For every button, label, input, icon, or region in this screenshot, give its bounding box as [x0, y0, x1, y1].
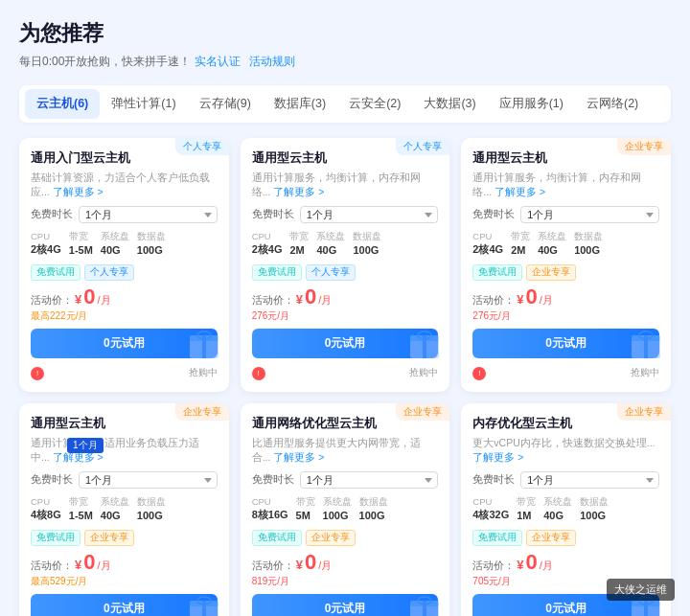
gift-decoration: [405, 325, 444, 363]
spec-item: 系统盘40G: [316, 231, 345, 257]
page-title: 为您推荐: [19, 19, 671, 48]
price-currency: ¥: [75, 558, 81, 572]
card-desc: 更大vCPU内存比，快速数据交换处理... 了解更多 >: [472, 436, 659, 464]
rule-link[interactable]: 活动规则: [249, 55, 295, 68]
spec-label: CPU: [31, 496, 61, 507]
spec-label: CPU: [472, 231, 503, 241]
tab-storage[interactable]: 云存储(9): [188, 89, 263, 119]
price-unit: /月: [540, 293, 553, 308]
footer-icon: !: [252, 364, 265, 380]
spec-label: 数据盘: [359, 496, 388, 509]
spec-label: 系统盘: [538, 231, 566, 243]
price-value: 0: [526, 286, 538, 308]
tab-security[interactable]: 云安全(2): [337, 89, 412, 119]
tags-row: 免费试用企业专享: [31, 530, 218, 546]
price-value: 0: [305, 286, 316, 308]
spec-value: 1-5M: [69, 510, 93, 521]
spec-value: 40G: [543, 510, 572, 521]
card-footer: !抢购中: [31, 364, 218, 380]
tab-network[interactable]: 云网络(2): [575, 89, 650, 119]
spec-item: 数据盘100G: [353, 231, 381, 257]
orig-price: 276元/月: [472, 309, 659, 323]
period-tooltip: 1个月: [67, 438, 104, 453]
spec-value: 5M: [296, 510, 315, 521]
spec-value: 40G: [101, 244, 129, 256]
spec-item: 带宽2M: [511, 231, 530, 257]
alert-icon: !: [472, 367, 486, 380]
free-period-row: 免费时长1个月: [252, 471, 439, 489]
footer-icon: !: [472, 364, 486, 380]
free-period-label: 免费时长: [31, 473, 73, 487]
price-row: 活动价： ¥ 0 /月: [31, 552, 218, 573]
card-badge: 企业专享: [396, 403, 449, 421]
spec-label: 带宽: [296, 496, 315, 509]
spec-value: 100G: [137, 244, 166, 256]
price-label: 活动价：: [472, 294, 515, 308]
spec-item: 系统盘100G: [323, 496, 352, 522]
spec-value: 2核4G: [252, 242, 283, 257]
price-label: 活动价：: [31, 294, 73, 308]
price-currency: ¥: [517, 558, 523, 572]
learn-more-link[interactable]: 了解更多 >: [472, 451, 523, 463]
free-period-select[interactable]: 1个月: [300, 206, 439, 223]
tab-ecs[interactable]: 云主机(6): [25, 89, 100, 119]
free-period-label: 免费时长: [31, 208, 73, 221]
gift-decoration: [185, 325, 223, 363]
spec-value: 4核8G: [31, 508, 61, 522]
specs-row: CPU2核4G带宽2M系统盘40G数据盘100G: [252, 231, 439, 257]
tab-bigdata[interactable]: 大数据(3): [412, 89, 487, 119]
spec-item: 带宽1-5M: [69, 231, 93, 257]
price-currency: ¥: [296, 292, 303, 307]
free-period-select[interactable]: 1个月: [79, 206, 218, 223]
alert-icon: !: [252, 367, 265, 380]
specs-row: CPU4核32G带宽1M系统盘40G数据盘100G: [472, 496, 659, 522]
tags-row: 免费试用个人专享: [31, 264, 218, 281]
spec-item: 带宽2M: [289, 231, 309, 257]
spec-value: 40G: [316, 244, 345, 256]
spec-item: 数据盘100G: [137, 231, 166, 257]
free-period-select[interactable]: 1个月: [520, 206, 659, 223]
free-period-select[interactable]: 1个月: [520, 471, 659, 489]
card-badge: 企业专享: [617, 403, 671, 421]
learn-more-link[interactable]: 了解更多 >: [53, 186, 104, 197]
free-period-label: 免费时长: [252, 473, 294, 487]
spec-item: 带宽5M: [296, 496, 315, 522]
tags-row: 免费试用企业专享: [252, 530, 439, 546]
spec-value: 8核16G: [252, 508, 288, 522]
spec-label: CPU: [252, 496, 288, 507]
tab-database[interactable]: 数据库(3): [263, 89, 337, 119]
tag-free: 免费试用: [31, 264, 80, 281]
free-period-select[interactable]: 1个月: [79, 471, 218, 489]
watermark: 大侠之运维: [607, 579, 675, 601]
spec-item: CPU2核4G: [252, 231, 283, 257]
spec-label: 带宽: [69, 496, 93, 509]
learn-more-link[interactable]: 了解更多 >: [494, 186, 545, 197]
spec-item: CPU2核4G: [472, 231, 503, 257]
product-card-2: 个人专享通用型云主机通用计算服务，均衡计算，内存和网络... 了解更多 >免费时…: [241, 138, 450, 392]
spec-item: CPU8核16G: [252, 496, 288, 522]
orig-price: 最高222元/月: [31, 309, 218, 323]
tab-elastic[interactable]: 弹性计算(1): [100, 89, 187, 119]
free-period-select[interactable]: 1个月: [300, 471, 439, 489]
orig-price: 最高529元/月: [31, 575, 218, 588]
learn-more-link[interactable]: 了解更多 >: [273, 451, 324, 463]
spec-label: 带宽: [69, 231, 93, 243]
spec-value: 1M: [517, 510, 536, 521]
auth-link[interactable]: 实名认证: [195, 55, 241, 68]
price-unit: /月: [540, 559, 553, 573]
spec-label: 带宽: [511, 231, 530, 243]
learn-more-link[interactable]: 了解更多 >: [273, 186, 324, 197]
price-value: 0: [305, 552, 316, 573]
specs-row: CPU8核16G带宽5M系统盘100G数据盘100G: [252, 496, 439, 522]
spec-label: CPU: [472, 496, 509, 507]
product-card-4: 企业专享通用型云主机通用计算服务，适用业务负载压力适中... 了解更多 >免费时…: [19, 403, 229, 616]
spec-item: 数据盘100G: [580, 496, 609, 522]
spec-label: 系统盘: [101, 231, 129, 243]
tag-enterprise: 企业专享: [526, 264, 576, 281]
spec-item: CPU4核8G: [31, 496, 61, 522]
spec-value: 1-5M: [69, 244, 93, 256]
tab-appservice[interactable]: 应用服务(1): [488, 89, 575, 119]
price-currency: ¥: [75, 292, 81, 307]
spec-item: 系统盘40G: [538, 231, 566, 257]
tag-enterprise: 企业专享: [526, 530, 576, 546]
